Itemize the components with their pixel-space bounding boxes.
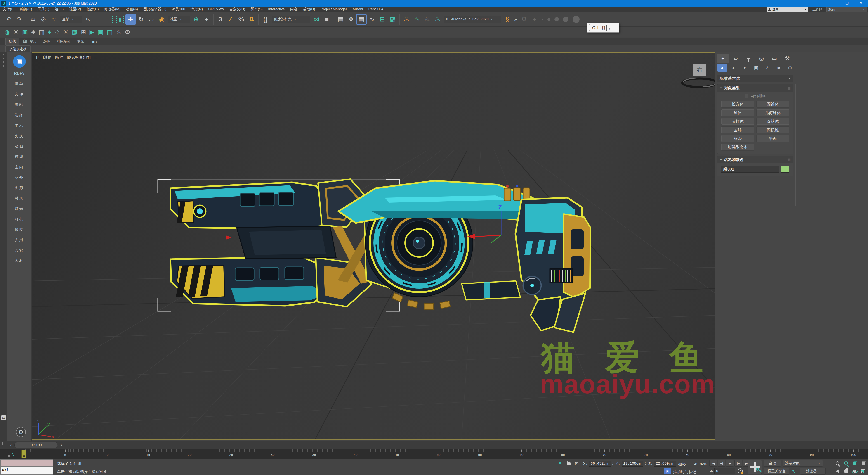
menu-item-15[interactable]: Interactive [266, 7, 287, 12]
select-object-icon[interactable]: ↖ [83, 14, 93, 25]
autogrid-checkbox[interactable] [745, 94, 748, 98]
macro-scripts-icon[interactable]: § [502, 14, 513, 25]
scene-explorer-icon[interactable]: ▤ [336, 14, 346, 25]
key-filters-icon[interactable]: ∿ [792, 468, 796, 474]
menu-item-2[interactable]: 编辑(E) [17, 7, 35, 12]
menu-item-20[interactable]: Pencil+ 4 [366, 7, 386, 12]
time-slider-grip[interactable]: 0 / 100 [14, 442, 58, 448]
viewcube[interactable]: 右 [683, 62, 715, 89]
use-pivot-point-center-icon[interactable]: ⊕ [191, 14, 202, 25]
workspace-select[interactable]: 默认 ▼ [827, 7, 867, 12]
render-setup-icon[interactable]: ♨ [401, 14, 412, 25]
lights-subtab[interactable]: ✦ [740, 64, 750, 72]
sidebar-item-动画[interactable]: 动画 [7, 141, 31, 152]
ribbon-minimize-icon[interactable]: ▣ ▾ [92, 40, 97, 44]
object-type-rollout-header[interactable]: ▼ 对象类型 ▦ [717, 84, 793, 92]
viewcube-face[interactable]: 右 [693, 64, 706, 76]
x-coordinate-field[interactable]: 36.452cm [589, 461, 611, 467]
timeline-tick-65[interactable]: 65 [559, 453, 567, 456]
field-of-view-icon[interactable] [834, 468, 841, 475]
menu-item-19[interactable]: Arnold [350, 7, 366, 12]
redo-icon[interactable]: ↷ [14, 14, 24, 25]
timeline-tick-70[interactable]: 70 [600, 453, 609, 456]
toolbar2-tree-page-icon[interactable]: ♤ [55, 29, 60, 36]
sidebar-item-其它[interactable]: 其它 [7, 245, 31, 256]
command-panel-scrollbar[interactable] [795, 84, 796, 206]
menu-item-18[interactable]: Project Manager [318, 7, 350, 12]
panel-toggle-icon[interactable]: ▤ [1, 415, 6, 420]
toolbar2-camera-icon[interactable]: ▣ [22, 29, 28, 36]
sidebar-item-文件[interactable]: 文件 [7, 89, 31, 99]
project-folder-select[interactable]: C:\Users\A…s Max 2020▼ [444, 16, 501, 23]
toolbar2-photos-icon[interactable]: ▩ [72, 29, 78, 36]
perspective-viewport[interactable]: Z x y z [+] [32, 53, 715, 440]
timeline-tick-90[interactable]: 90 [766, 453, 775, 456]
toolbar2-trees-icon[interactable]: ♣ [31, 29, 35, 35]
brush-preset-dot-1[interactable] [541, 19, 544, 20]
zoom-icon[interactable] [834, 460, 841, 467]
object-button-长方体[interactable]: 长方体 [721, 101, 754, 108]
add-tool-icon[interactable]: + [529, 14, 539, 25]
sign-in-button[interactable]: 登录 ▼ [767, 7, 808, 11]
systems-subtab[interactable]: ⚙ [785, 64, 795, 72]
menu-item-13[interactable]: 自定义(U) [226, 7, 248, 12]
time-configuration-icon[interactable] [738, 469, 743, 473]
angle-snap-toggle-icon[interactable]: ∠ [225, 14, 236, 25]
settings-gear-button[interactable]: ⚙ [16, 427, 26, 437]
sidebar-item-修改[interactable]: 修改 [7, 225, 31, 235]
viewport-menu-standard[interactable]: [标准] [55, 55, 64, 60]
previous-frame-arrow[interactable]: ‹ [8, 442, 13, 448]
object-button-茶壶[interactable]: 茶壶 [721, 135, 754, 142]
timeline-tick-95[interactable]: 95 [807, 453, 816, 456]
reference-coordinate-system-select[interactable]: 视图▼ [168, 16, 190, 23]
minimize-button[interactable]: — [826, 0, 840, 7]
sidebar-item-室外[interactable]: 室外 [7, 172, 31, 183]
selection-filter-select[interactable]: 全部▼ [60, 16, 82, 23]
snaps-toggle-icon[interactable]: 3 [215, 14, 225, 25]
set-keys-button[interactable] [748, 459, 762, 474]
ime-pinyin-mode-button[interactable]: 拼 [600, 25, 607, 31]
timeline-tick-80[interactable]: 80 [683, 453, 692, 456]
toolbar2-quad-view-icon[interactable]: ⊞ [81, 29, 86, 36]
ime-options-icon[interactable]: − ▾ [609, 26, 610, 30]
absolute-offset-mode-toggle[interactable]: ⊡ [575, 461, 579, 467]
object-button-加强型文本[interactable]: 加强型文本 [721, 144, 754, 151]
brush-preset-dot-5[interactable] [572, 16, 580, 23]
viewport-menu-general[interactable]: [+] [36, 55, 40, 60]
ribbon-toggle-icon[interactable]: ▦ [356, 14, 367, 25]
motion-tab[interactable]: ◎ [755, 54, 768, 63]
menu-item-8[interactable]: 动画(A) [123, 7, 141, 12]
select-and-manipulate-icon[interactable]: + [202, 14, 212, 25]
menu-item-5[interactable]: 视图(V) [66, 7, 84, 12]
go-to-start-button[interactable]: |◀ [709, 460, 717, 467]
toolbar2-side-panel-icon[interactable]: ▥ [107, 29, 113, 36]
y-coordinate-field[interactable]: 13.108cm [622, 461, 643, 467]
current-frame-field[interactable]: 0 [714, 468, 735, 474]
sidebar-item-素材[interactable]: 素材 [7, 256, 31, 266]
sidebar-item-渲染[interactable]: 渲染 [7, 79, 31, 89]
sidebar-item-实用[interactable]: 实用 [7, 235, 31, 245]
orbit-icon[interactable] [851, 468, 859, 475]
next-frame-arrow[interactable]: › [59, 442, 64, 448]
maximize-button[interactable]: ❐ [840, 0, 854, 7]
material-editor-icon[interactable]: ▩ [388, 14, 398, 25]
ribbon-tab-自由形式[interactable]: 自由形式 [20, 38, 40, 44]
object-button-球体[interactable]: 球体 [721, 109, 754, 116]
zoom-extents-all-icon[interactable] [860, 460, 867, 467]
frame-spinner[interactable]: ◀▶ [709, 468, 714, 474]
object-button-圆柱体[interactable]: 圆柱体 [721, 118, 754, 125]
z-coordinate-field[interactable]: 22.069cm [654, 461, 676, 467]
select-and-scale-icon[interactable]: ▱ [146, 14, 157, 25]
menu-item-11[interactable]: 渲染(R) [188, 7, 206, 12]
drag-handle-icon[interactable] [589, 24, 590, 31]
menu-item-17[interactable]: 帮助(H) [300, 7, 318, 12]
track-bar[interactable]: ∿ 0 510152025303540455055606570758085909… [0, 449, 868, 459]
select-and-place-icon[interactable]: ◉ [157, 14, 167, 25]
viewport-menu-pov[interactable]: [透视] [43, 55, 52, 60]
menu-item-7[interactable]: 修改器(M) [101, 7, 123, 12]
sidebar-item-灯光[interactable]: 灯光 [7, 204, 31, 214]
menu-item-10[interactable]: 渲染100 [169, 7, 188, 12]
object-button-平面[interactable]: 平面 [756, 135, 789, 142]
object-button-四棱锥[interactable]: 四棱锥 [756, 126, 789, 133]
auto-key-button[interactable]: 自动 [764, 460, 781, 467]
